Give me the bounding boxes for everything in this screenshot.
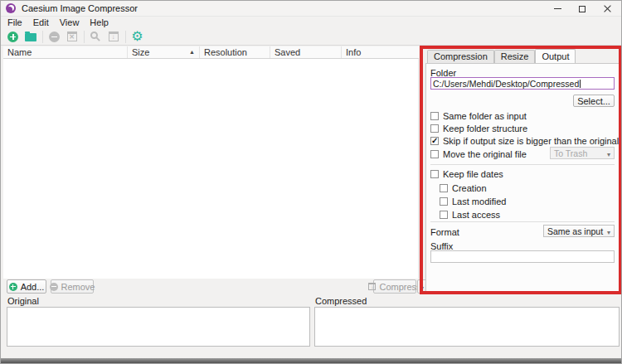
column-header-size[interactable]: ▲Size [128, 46, 200, 58]
move-destination-dropdown[interactable]: To Trash [550, 147, 615, 159]
separator [430, 221, 615, 222]
chevron-down-icon [607, 226, 610, 236]
add-button[interactable]: Add... [7, 279, 46, 294]
checkbox[interactable] [440, 211, 448, 219]
column-header-resolution[interactable]: Resolution [200, 46, 270, 58]
output-tab-panel: Folder C:/Users/Mehdi/Desktop/Compressed… [425, 63, 620, 292]
add-files-icon[interactable] [6, 30, 20, 44]
separator [430, 164, 615, 165]
column-header-saved[interactable]: Saved [270, 46, 342, 58]
app-window: Caesium Image Compressor File Edit View … [0, 0, 622, 364]
minimize-icon[interactable] [545, 1, 570, 17]
window-controls [545, 1, 620, 17]
folder-input[interactable]: C:/Users/Mehdi/Desktop/Compressed [430, 77, 615, 90]
clear-list-icon[interactable] [65, 30, 79, 44]
checkbox-row-skip-bigger[interactable]: Skip if output size is bigger than the o… [430, 136, 619, 146]
chevron-down-icon [607, 148, 610, 158]
window-bottom-edge [1, 358, 621, 364]
toolbar [1, 28, 621, 46]
compress-icon[interactable] [106, 30, 120, 44]
settings-gear-icon[interactable] [130, 30, 144, 44]
menu-bar: File Edit View Help [1, 17, 621, 28]
checkbox-row-last-modified[interactable]: Last modified [440, 197, 506, 206]
file-table-header: Name ▲Size Resolution Saved Info [3, 46, 419, 59]
original-preview-label: Original [7, 296, 39, 306]
checkbox-row-same-folder[interactable]: Same folder as input [430, 111, 527, 121]
checkbox-row-keep-dates[interactable]: Keep file dates [430, 169, 503, 179]
checkbox[interactable] [430, 170, 439, 178]
checkbox[interactable] [430, 150, 439, 158]
checkbox[interactable] [430, 124, 439, 133]
menu-file[interactable]: File [7, 17, 22, 27]
toolbar-separator [42, 31, 43, 43]
tab-compression[interactable]: Compression [427, 50, 494, 63]
settings-panel: Compression Resize Output Folder C:/User… [425, 49, 620, 292]
text-cursor [580, 80, 581, 88]
column-header-name[interactable]: Name [3, 46, 128, 58]
checkbox-row-keep-structure[interactable]: Keep folder structure [430, 124, 527, 133]
checkbox[interactable] [440, 197, 448, 206]
column-header-info[interactable]: Info [342, 46, 419, 58]
checkbox[interactable] [440, 184, 448, 192]
compress-button[interactable]: Compress [373, 279, 416, 294]
remove-button[interactable]: Remove [51, 279, 94, 294]
add-plus-icon [9, 283, 17, 291]
settings-tabs: Compression Resize Output [427, 49, 576, 63]
menu-view[interactable]: View [60, 17, 80, 27]
select-folder-button[interactable]: Select... [573, 95, 615, 107]
tab-output[interactable]: Output [535, 49, 576, 63]
checkbox-row-last-access[interactable]: Last access [440, 210, 500, 220]
status-bar [1, 347, 621, 359]
format-label: Format [430, 227, 459, 237]
compressed-preview-label: Compressed [315, 296, 367, 306]
close-icon[interactable] [595, 1, 620, 17]
compress-box-icon [368, 283, 376, 290]
toolbar-separator [84, 31, 85, 43]
format-dropdown[interactable]: Same as input [543, 225, 615, 237]
remove-file-icon[interactable] [47, 30, 61, 44]
window-title: Caesium Image Compressor [22, 3, 138, 13]
checkbox[interactable] [430, 137, 439, 145]
preview-icon[interactable] [89, 30, 103, 44]
open-folder-icon[interactable] [23, 30, 37, 44]
remove-minus-icon [50, 283, 58, 291]
checkbox[interactable] [430, 112, 439, 120]
checkbox-row-move-original[interactable]: Move the original file [430, 149, 527, 159]
file-list[interactable] [3, 59, 419, 279]
original-preview-pane [7, 307, 310, 347]
maximize-icon[interactable] [570, 1, 595, 17]
toolbar-separator [125, 31, 126, 43]
compressed-preview-pane [314, 307, 620, 347]
title-bar: Caesium Image Compressor [1, 1, 621, 17]
menu-help[interactable]: Help [90, 17, 109, 27]
tab-resize[interactable]: Resize [494, 50, 536, 63]
chevron-down-icon [420, 282, 424, 292]
suffix-input[interactable] [430, 250, 615, 263]
app-logo-icon [6, 3, 16, 13]
sort-ascending-icon: ▲ [189, 46, 195, 58]
menu-edit[interactable]: Edit [33, 17, 49, 27]
checkbox-row-creation[interactable]: Creation [440, 183, 487, 193]
